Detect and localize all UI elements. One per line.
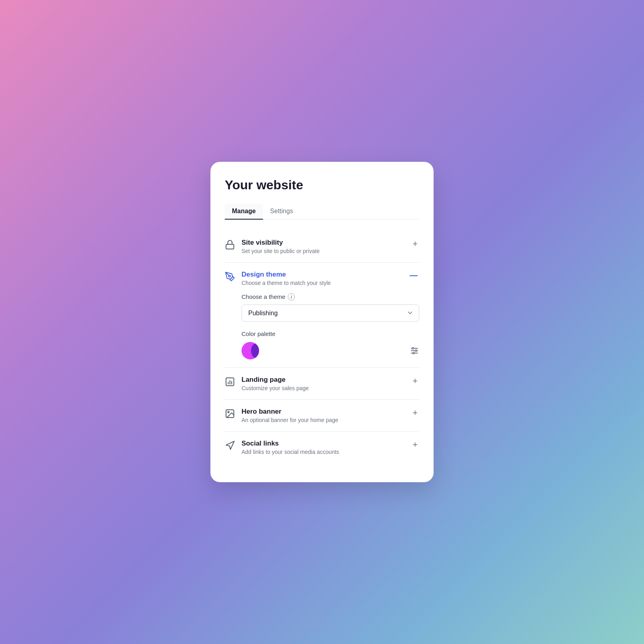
social-links-desc: Add links to your social media accounts xyxy=(242,449,339,455)
section-header-social-links: Social links Add links to your social me… xyxy=(225,440,419,455)
svg-point-7 xyxy=(413,352,414,354)
section-hero-banner: Hero banner An optional banner for your … xyxy=(225,400,419,432)
theme-select[interactable]: Publishing Modern Classic Minimal xyxy=(242,304,419,322)
svg-point-6 xyxy=(415,350,417,351)
section-social-links: Social links Add links to your social me… xyxy=(225,432,419,463)
section-header-design-theme: Design theme Choose a theme to match you… xyxy=(225,271,419,286)
site-visibility-title: Site visibility xyxy=(242,239,320,247)
svg-rect-0 xyxy=(226,244,234,249)
theme-select-wrapper: Publishing Modern Classic Minimal xyxy=(242,304,419,322)
hero-banner-desc: An optional banner for your home page xyxy=(242,417,338,423)
chart-icon xyxy=(225,377,236,388)
section-header-landing-page: Landing page Customize your sales page + xyxy=(225,376,419,391)
hero-banner-title: Hero banner xyxy=(242,408,338,416)
design-theme-title: Design theme xyxy=(242,271,331,279)
section-landing-page: Landing page Customize your sales page + xyxy=(225,368,419,400)
tab-settings[interactable]: Settings xyxy=(263,204,300,220)
site-visibility-toggle[interactable]: + xyxy=(411,239,419,249)
tab-manage[interactable]: Manage xyxy=(225,204,263,220)
landing-page-toggle[interactable]: + xyxy=(411,376,419,386)
palette-icon xyxy=(225,271,236,283)
design-theme-desc: Choose a theme to match your style xyxy=(242,280,331,286)
site-visibility-desc: Set your site to public or private xyxy=(242,248,320,254)
design-theme-content: Choose a theme i Publishing Modern Class… xyxy=(225,293,419,359)
section-site-visibility: Site visibility Set your site to public … xyxy=(225,231,419,263)
palette-settings-icon[interactable] xyxy=(410,346,419,355)
main-card: Your website Manage Settings Site visibi… xyxy=(210,162,434,482)
landing-page-title: Landing page xyxy=(242,376,309,384)
color-palette-label: Color palette xyxy=(242,330,419,337)
image-icon xyxy=(225,408,236,420)
choose-theme-label: Choose a theme xyxy=(242,293,285,300)
landing-page-desc: Customize your sales page xyxy=(242,385,309,391)
design-theme-toggle[interactable]: — xyxy=(408,271,419,280)
social-links-toggle[interactable]: + xyxy=(411,440,419,450)
hero-banner-toggle[interactable]: + xyxy=(411,408,419,418)
page-title: Your website xyxy=(225,178,419,192)
svg-point-1 xyxy=(229,275,230,277)
svg-point-5 xyxy=(412,348,414,349)
color-palette-row xyxy=(242,342,419,359)
section-header-hero-banner: Hero banner An optional banner for your … xyxy=(225,408,419,423)
svg-point-13 xyxy=(228,411,229,412)
megaphone-icon xyxy=(225,440,236,452)
info-icon[interactable]: i xyxy=(288,293,295,300)
tabs: Manage Settings xyxy=(225,204,419,220)
color-swatch[interactable] xyxy=(242,342,259,359)
section-design-theme: Design theme Choose a theme to match you… xyxy=(225,263,419,368)
social-links-title: Social links xyxy=(242,440,339,448)
lock-icon xyxy=(225,240,236,251)
section-header-site-visibility: Site visibility Set your site to public … xyxy=(225,239,419,254)
